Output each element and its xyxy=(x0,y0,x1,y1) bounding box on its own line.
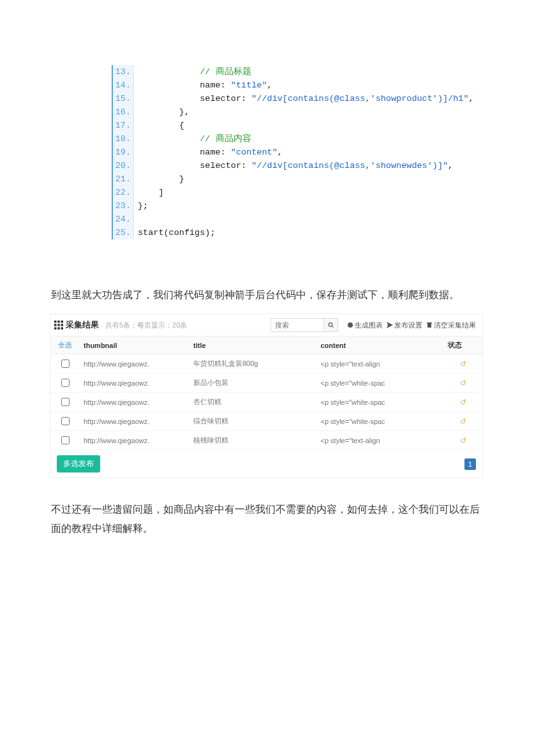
svg-rect-13 xyxy=(427,323,431,328)
cell-content: <p style="white-spac xyxy=(317,412,445,431)
svg-rect-6 xyxy=(54,328,57,330)
cell-title: 年货切糕礼盒装800g xyxy=(189,354,317,374)
document-page: 13. // 商品标题14. name: "title",15. selecto… xyxy=(0,0,534,756)
search-input[interactable] xyxy=(271,318,324,332)
row-checkbox-cell xyxy=(50,374,80,393)
results-header-row: 全选 thumbnail title content 状态 xyxy=(50,336,482,354)
code-content: { xyxy=(134,119,184,132)
table-row: http://www.qiegaowz.新品小包装<p style="white… xyxy=(50,374,482,393)
row-checkbox[interactable] xyxy=(61,359,70,368)
code-line: 15. selector: "//div[contains(@class,'sh… xyxy=(113,92,457,105)
row-checkbox[interactable] xyxy=(61,417,70,425)
code-content: } xyxy=(134,172,184,186)
code-content: name: "content", xyxy=(134,146,283,159)
revert-icon[interactable]: ↻ xyxy=(460,417,466,426)
paragraph-remaining-issues: 不过还有一些遗留问题，如商品内容中有一些我们不需要的内容，如何去掉，这个我们可以… xyxy=(51,500,483,538)
table-row: http://www.qiegaowz.综合味切糕<p style="white… xyxy=(50,412,482,431)
results-panel-header: 采集结果 共有5条；每页显示：20条 生成图表 xyxy=(50,314,482,336)
line-number: 25. xyxy=(113,226,134,239)
grid-icon xyxy=(54,321,63,329)
cell-title: 综合味切糕 xyxy=(189,412,317,431)
svg-rect-2 xyxy=(61,321,64,323)
line-number: 14. xyxy=(113,79,134,92)
row-checkbox-cell xyxy=(50,431,80,450)
svg-point-11 xyxy=(348,322,353,328)
code-line: 14. name: "title", xyxy=(113,79,457,92)
paragraph-success: 到这里就大功告成了，我们将代码复制神箭手后台代码中，保存并测试下，顺利爬到数据。 xyxy=(51,285,483,305)
row-checkbox[interactable] xyxy=(61,398,70,406)
code-line: 17. { xyxy=(113,119,457,132)
row-checkbox[interactable] xyxy=(61,379,70,387)
cell-content: <p style="text-align xyxy=(317,354,445,374)
clear-results-button[interactable]: 清空采集结果 xyxy=(426,321,476,330)
search-icon xyxy=(328,322,334,328)
publish-settings-button[interactable]: 发布设置 xyxy=(387,321,422,330)
svg-marker-12 xyxy=(387,322,393,328)
cell-thumbnail: http://www.qiegaowz. xyxy=(80,393,189,412)
results-panel-title: 采集结果 xyxy=(54,319,99,331)
row-checkbox-cell xyxy=(50,412,80,431)
code-content xyxy=(134,213,138,226)
cell-status: ↻ xyxy=(444,354,482,374)
cell-content: <p style="white-spac xyxy=(317,374,445,393)
cell-status: ↻ xyxy=(444,374,482,393)
svg-rect-7 xyxy=(57,328,60,330)
code-line: 20. selector: "//div[contains(@class,'sh… xyxy=(113,159,457,172)
rebuild-chart-button[interactable]: 生成图表 xyxy=(347,321,383,330)
code-content: }; xyxy=(134,199,148,213)
select-all-header[interactable]: 全选 xyxy=(50,336,80,354)
code-line: 19. name: "content", xyxy=(113,146,457,159)
cell-status: ↻ xyxy=(444,412,482,431)
svg-rect-3 xyxy=(54,324,57,326)
svg-rect-0 xyxy=(54,321,57,323)
rebuild-label: 生成图表 xyxy=(355,321,383,330)
revert-icon[interactable]: ↻ xyxy=(460,359,466,368)
publish-settings-label: 发布设置 xyxy=(394,321,422,330)
cell-status: ↻ xyxy=(444,431,482,450)
line-number: 20. xyxy=(113,159,134,172)
line-number: 23. xyxy=(113,199,134,213)
page-number[interactable]: 1 xyxy=(464,458,476,470)
clear-label: 清空采集结果 xyxy=(434,321,476,330)
code-line: 18. // 商品内容 xyxy=(113,132,457,146)
svg-rect-8 xyxy=(61,328,64,330)
search-button[interactable] xyxy=(324,318,338,332)
code-line: 16. }, xyxy=(113,105,457,119)
revert-icon[interactable]: ↻ xyxy=(460,379,466,388)
code-content: ] xyxy=(134,186,164,199)
results-panel: 采集结果 共有5条；每页显示：20条 生成图表 xyxy=(50,314,483,478)
code-content: // 商品标题 xyxy=(134,65,251,79)
cell-title: 核桃味切糕 xyxy=(189,431,317,450)
line-number: 13. xyxy=(113,65,134,79)
cell-thumbnail: http://www.qiegaowz. xyxy=(80,374,189,393)
code-content: selector: "//div[contains(@class,'showne… xyxy=(134,159,453,172)
svg-point-9 xyxy=(329,323,332,327)
cell-content: <p style="text-align xyxy=(317,431,445,450)
line-number: 17. xyxy=(113,119,134,132)
table-row: http://www.qiegaowz.年货切糕礼盒装800g<p style=… xyxy=(50,354,482,374)
table-row: http://www.qiegaowz.核桃味切糕<p style="text-… xyxy=(50,431,482,450)
code-content: selector: "//div[contains(@class,'showpr… xyxy=(134,92,474,105)
search-box xyxy=(271,318,338,332)
revert-icon[interactable]: ↻ xyxy=(460,436,466,445)
results-table: 全选 thumbnail title content 状态 http://www… xyxy=(50,336,482,450)
svg-rect-14 xyxy=(427,322,432,324)
row-checkbox-cell xyxy=(50,393,80,412)
send-icon xyxy=(387,322,393,328)
row-checkbox[interactable] xyxy=(61,436,70,444)
table-row: http://www.qiegaowz.杏仁切糕<p style="white-… xyxy=(50,393,482,412)
cell-title: 杏仁切糕 xyxy=(189,393,317,412)
line-number: 19. xyxy=(113,146,134,159)
trash-icon xyxy=(426,322,433,328)
column-content: content xyxy=(317,336,445,354)
revert-icon[interactable]: ↻ xyxy=(460,398,466,407)
line-number: 15. xyxy=(113,92,134,105)
cell-thumbnail: http://www.qiegaowz. xyxy=(80,354,189,374)
cell-title: 新品小包装 xyxy=(189,374,317,393)
column-status: 状态 xyxy=(444,336,482,354)
column-title: title xyxy=(189,336,317,354)
multi-publish-button[interactable]: 多选发布 xyxy=(57,455,100,472)
svg-rect-1 xyxy=(57,321,60,323)
code-line: 24. xyxy=(113,213,457,226)
cell-status: ↻ xyxy=(444,393,482,412)
